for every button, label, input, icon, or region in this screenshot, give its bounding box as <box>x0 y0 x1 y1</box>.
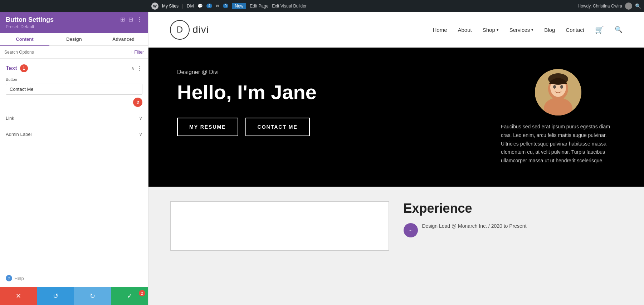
messages-icon[interactable]: ✉ <box>216 4 219 9</box>
site-menu: Home About Shop ▾ Services ▾ Blog Contac… <box>433 25 623 34</box>
admin-bar: W My Sites | Divi 💬 4 ✉ 0 New Edit Page … <box>0 0 644 12</box>
more-icon[interactable]: ⋮ <box>137 16 142 23</box>
wordpress-icon[interactable]: W <box>151 3 158 10</box>
hero-title: Hello, I'm Jane <box>177 81 479 103</box>
logo-text: divi <box>192 24 209 35</box>
avatar-image <box>535 69 581 115</box>
nav-shop[interactable]: Shop ▾ <box>483 27 499 33</box>
logo-d: D <box>177 25 183 35</box>
panel-content: Text 1 ∧ ⋮ Button 2 Link <box>0 59 148 269</box>
header-icons: ⊞ ⊟ ⋮ <box>120 16 142 23</box>
filter-button[interactable]: + Filter <box>131 50 144 55</box>
undo-button[interactable]: ↺ <box>37 287 74 305</box>
search-nav-icon[interactable]: 🔍 <box>615 26 623 34</box>
redo-button[interactable]: ↻ <box>74 287 111 305</box>
site-nav: D divi Home About Shop ▾ Services ▾ Blog… <box>148 12 644 48</box>
panel-bottom: ✕ ↺ ↻ ✓ 2 <box>0 287 148 305</box>
new-button[interactable]: New <box>232 3 246 9</box>
search-icon[interactable]: 🔍 <box>635 3 641 9</box>
my-sites-link[interactable]: My Sites <box>162 4 179 9</box>
messages-badge: 0 <box>223 4 229 8</box>
hero-subtitle: Designer @ Divi <box>177 69 479 75</box>
shop-chevron-icon: ▾ <box>497 28 499 32</box>
save-button[interactable]: ✓ 2 <box>111 287 148 305</box>
hero-section: Designer @ Divi Hello, I'm Jane MY RESUM… <box>148 48 644 187</box>
panel-title: Button Settings <box>6 16 54 24</box>
admin-label-header[interactable]: Admin Label ∨ <box>6 131 142 137</box>
edit-page-button[interactable]: Edit Page <box>250 4 268 9</box>
exp-right: Experience ··· Design Lead @ Monarch Inc… <box>404 201 623 251</box>
admin-label-section: Admin Label ∨ <box>6 126 142 142</box>
experience-title: Experience <box>404 201 623 216</box>
hero-right: Faucibus sed sed erat ipsum purus egesta… <box>501 69 615 165</box>
avatar <box>625 3 632 10</box>
hero-left: Designer @ Divi Hello, I'm Jane MY RESUM… <box>177 69 479 136</box>
help-icon: ? <box>6 275 12 281</box>
exp-left <box>170 201 389 251</box>
tab-content[interactable]: Content <box>0 33 49 46</box>
site-logo: D divi <box>170 20 209 40</box>
exp-card-placeholder <box>170 201 389 251</box>
experience-content: Experience ··· Design Lead @ Monarch Inc… <box>170 201 623 251</box>
nav-about[interactable]: About <box>458 27 472 33</box>
step-2-badge: 2 <box>133 98 142 107</box>
help-section: ? Help <box>0 269 148 287</box>
save-badge: 2 <box>139 290 145 296</box>
comments-badge: 4 <box>206 4 212 8</box>
exit-visual-builder-button[interactable]: Exit Visual Builder <box>272 4 307 9</box>
text-section-header: Text 1 ∧ ⋮ <box>6 64 142 72</box>
panel-header: Button Settings Preset: Default ⊞ ⊟ ⋮ <box>0 12 148 33</box>
cart-icon[interactable]: 🛒 <box>595 25 604 34</box>
cancel-button[interactable]: ✕ <box>0 287 37 305</box>
layout-icon[interactable]: ⊟ <box>128 16 133 23</box>
contact-me-button[interactable]: CONTACT ME <box>245 118 310 136</box>
hero-buttons: MY RESUME CONTACT ME <box>177 118 479 136</box>
tab-design[interactable]: Design <box>49 33 99 46</box>
left-panel: Button Settings Preset: Default ⊞ ⊟ ⋮ Co… <box>0 12 148 305</box>
panel-tabs: Content Design Advanced <box>0 33 148 46</box>
howdy-text: Howdy, Christina Gwira <box>578 4 622 9</box>
section-actions: ∧ ⋮ <box>131 65 142 72</box>
admin-bar-right: Howdy, Christina Gwira 🔍 <box>578 3 641 10</box>
comments-icon[interactable]: 💬 <box>197 4 203 9</box>
link-section-chevron[interactable]: ∨ <box>139 115 142 121</box>
button-field-label: Button <box>6 77 142 82</box>
main-layout: Button Settings Preset: Default ⊞ ⊟ ⋮ Co… <box>0 12 644 305</box>
text-section-more-button[interactable]: ⋮ <box>137 65 142 72</box>
search-options-input[interactable] <box>4 50 128 55</box>
svg-point-5 <box>560 85 563 89</box>
exp-job-title: Design Lead @ Monarch Inc. / 2020 to Pre… <box>422 223 527 229</box>
nav-contact[interactable]: Contact <box>566 27 584 33</box>
nav-blog[interactable]: Blog <box>544 27 555 33</box>
svg-point-4 <box>553 85 556 89</box>
tab-advanced[interactable]: Advanced <box>99 33 148 46</box>
panel-preset[interactable]: Preset: Default <box>6 24 54 29</box>
nav-home[interactable]: Home <box>433 27 447 33</box>
website-preview: D divi Home About Shop ▾ Services ▾ Blog… <box>148 12 644 305</box>
admin-bar-left: W My Sites | Divi 💬 4 ✉ 0 New Edit Page … <box>151 3 307 10</box>
nav-services[interactable]: Services ▾ <box>509 27 534 33</box>
services-chevron-icon: ▾ <box>531 28 533 32</box>
exp-dot-icon: ··· <box>404 223 418 237</box>
resume-button[interactable]: MY RESUME <box>177 118 238 136</box>
exp-item: ··· Design Lead @ Monarch Inc. / 2020 to… <box>404 223 623 237</box>
admin-label-chevron[interactable]: ∨ <box>139 131 142 137</box>
divi-link[interactable]: Divi <box>187 4 194 9</box>
collapse-text-section-button[interactable]: ∧ <box>131 65 135 71</box>
link-section: Link ∨ <box>6 110 142 126</box>
expand-icon[interactable]: ⊞ <box>120 16 125 23</box>
section-title-wrap: Text 1 <box>6 64 28 72</box>
experience-section: Experience ··· Design Lead @ Monarch Inc… <box>148 187 644 305</box>
search-area: + Filter <box>0 46 148 59</box>
hero-description: Faucibus sed sed erat ipsum purus egesta… <box>501 123 615 165</box>
text-section-badge: 1 <box>20 64 28 72</box>
link-section-title: Link <box>6 115 14 121</box>
help-label[interactable]: Help <box>14 276 24 281</box>
button-field-group: Button <box>6 77 142 95</box>
admin-label-title: Admin Label <box>6 132 31 137</box>
link-section-header[interactable]: Link ∨ <box>6 115 142 121</box>
button-text-input[interactable] <box>6 84 142 95</box>
logo-circle: D <box>170 20 190 40</box>
text-section-title: Text <box>6 65 17 72</box>
